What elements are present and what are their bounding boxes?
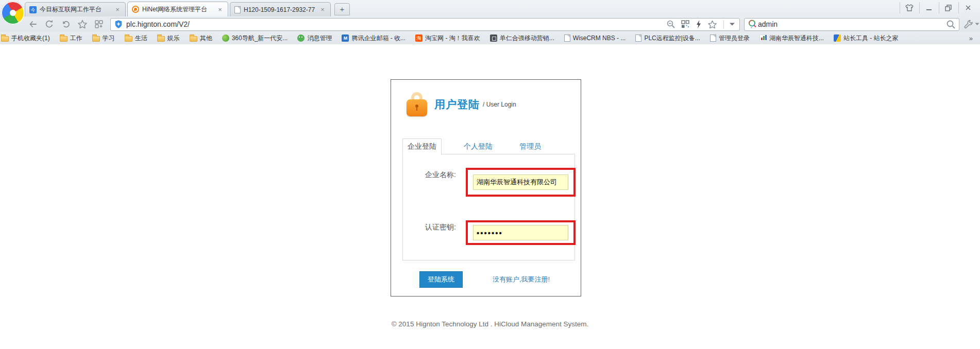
search-box[interactable] bbox=[744, 18, 959, 31]
bookmark-label: 工作 bbox=[70, 34, 82, 43]
footer-copyright: © 2015 Hignton Technology Ltd . HiCloud … bbox=[0, 320, 980, 328]
tab-close-icon[interactable]: × bbox=[216, 6, 224, 13]
tab-admin-login[interactable]: 管理员 bbox=[515, 139, 546, 154]
page-icon bbox=[564, 34, 570, 42]
browser-tab-2-active[interactable]: HiNet网络系统管理平台 × bbox=[127, 2, 228, 16]
bookmark-item[interactable]: 单仁合强移动营销... bbox=[490, 34, 554, 43]
bookmark-label: 娱乐 bbox=[167, 34, 180, 43]
address-bar[interactable]: plc.hignton.com/V2/ bbox=[110, 18, 740, 31]
login-title: 用户登陆 bbox=[434, 97, 480, 112]
bookmark-label: PLC远程监控|设备... bbox=[644, 34, 700, 43]
favorites-star-icon[interactable] bbox=[76, 18, 89, 30]
login-panel: 用户登陆 / User Login 企业登陆 个人登陆 管理员 企业名称: 认证… bbox=[391, 79, 581, 296]
lightning-icon[interactable] bbox=[695, 20, 702, 29]
search-input[interactable] bbox=[758, 20, 946, 28]
login-form: 企业名称: 认证密钥: bbox=[402, 154, 575, 260]
bookmark-item[interactable]: 管理员登录 bbox=[710, 34, 750, 43]
chinaz-icon bbox=[834, 34, 841, 42]
dropdown-caret-icon[interactable] bbox=[729, 22, 735, 26]
wrench-icon bbox=[964, 19, 974, 29]
window-controls bbox=[900, 2, 977, 13]
bookmark-item[interactable]: 娱乐 bbox=[157, 34, 180, 43]
folder-icon bbox=[60, 36, 67, 42]
zoom-page-icon[interactable] bbox=[666, 20, 675, 29]
tab-strip: 今 今目标互联网工作平台 × HiNet网络系统管理平台 × H120-1509… bbox=[25, 2, 350, 16]
bookmark-label: 360导航_新一代安... bbox=[232, 34, 288, 43]
hinet-favicon-icon bbox=[132, 6, 139, 13]
browser-tab-3[interactable]: H120-1509-1617-2932-77 × bbox=[230, 2, 331, 16]
back-icon[interactable] bbox=[27, 18, 39, 30]
bookmark-item[interactable]: 其他 bbox=[190, 34, 212, 43]
page-icon bbox=[710, 34, 716, 42]
login-tabs: 企业登陆 个人登陆 管理员 bbox=[402, 139, 575, 154]
page-icon bbox=[635, 34, 641, 42]
restore-button[interactable] bbox=[939, 2, 957, 13]
green-dot-icon bbox=[297, 34, 305, 42]
bookmark-label: 学习 bbox=[103, 34, 115, 43]
bookmark-item[interactable]: 消息管理 bbox=[297, 34, 332, 43]
nav-icons bbox=[0, 18, 105, 30]
bookmark-item[interactable]: 360导航_新一代安... bbox=[222, 34, 288, 43]
bookmark-label: WiseCRM NBS - ... bbox=[573, 34, 626, 42]
folder-icon bbox=[190, 36, 197, 42]
add-favorite-grid-icon[interactable] bbox=[93, 18, 105, 30]
bookmark-label: 单仁合强移动营销... bbox=[500, 34, 554, 43]
login-submit-button[interactable]: 登陆系统 bbox=[419, 271, 463, 288]
refresh-icon[interactable] bbox=[43, 18, 56, 30]
bookmark-item[interactable]: PLC远程监控|设备... bbox=[635, 34, 700, 43]
auth-key-row: 认证密钥: bbox=[403, 220, 576, 245]
bookmark-item[interactable]: 站长工具 - 站长之家 bbox=[834, 34, 899, 43]
login-header: 用户登陆 / User Login bbox=[407, 92, 516, 117]
dark-site-icon bbox=[490, 34, 497, 42]
register-link[interactable]: 没有账户,我要注册! bbox=[493, 275, 550, 284]
folder-icon bbox=[92, 36, 100, 42]
qr-code-icon[interactable] bbox=[681, 20, 690, 29]
skin-icon[interactable] bbox=[900, 2, 918, 13]
auth-key-input[interactable] bbox=[473, 225, 568, 240]
enterprise-name-input[interactable] bbox=[473, 174, 568, 190]
lock-icon bbox=[407, 92, 427, 117]
bookmark-item[interactable]: 生活 bbox=[125, 34, 147, 43]
bookmarks-overflow-chevron[interactable]: » bbox=[969, 34, 973, 42]
bookmark-item[interactable]: 淘淘宝网 - 淘！我喜欢 bbox=[415, 34, 480, 43]
folder-icon bbox=[125, 36, 132, 42]
browser-tab-1[interactable]: 今 今目标互联网工作平台 × bbox=[25, 2, 126, 16]
undo-icon[interactable] bbox=[60, 18, 72, 30]
bookmark-star-icon[interactable] bbox=[707, 20, 717, 29]
annotation-highlight-box bbox=[466, 220, 576, 245]
tab-title: 今目标互联网工作平台 bbox=[40, 5, 111, 14]
jin-favicon-icon: 今 bbox=[29, 6, 37, 13]
bookmark-item[interactable]: 手机收藏夹(1) bbox=[1, 34, 50, 43]
menu-wrench[interactable] bbox=[964, 19, 979, 29]
url-text[interactable]: plc.hignton.com/V2/ bbox=[126, 20, 666, 28]
bookmark-label: 湖南华辰智通科技... bbox=[769, 34, 824, 43]
tab-close-icon[interactable]: × bbox=[114, 6, 121, 13]
auth-key-label: 认证密钥: bbox=[421, 220, 456, 245]
site-shield-icon[interactable] bbox=[114, 20, 123, 29]
tab-enterprise-login[interactable]: 企业登陆 bbox=[402, 138, 442, 155]
login-subtitle: / User Login bbox=[483, 101, 516, 108]
tab-title: H120-1509-1617-2932-77 bbox=[244, 6, 316, 13]
bookmark-item[interactable]: 工作 bbox=[60, 34, 82, 43]
360-icon bbox=[222, 34, 229, 42]
page-content: 用户登陆 / User Login 企业登陆 个人登陆 管理员 企业名称: 认证… bbox=[0, 45, 980, 349]
browser-chrome: 今 今目标互联网工作平台 × HiNet网络系统管理平台 × H120-1509… bbox=[0, 0, 980, 44]
bookmark-label: 管理员登录 bbox=[719, 34, 750, 43]
enterprise-name-row: 企业名称: bbox=[403, 168, 576, 197]
tab-personal-login[interactable]: 个人登陆 bbox=[459, 139, 497, 154]
taobao-icon: 淘 bbox=[415, 34, 423, 42]
bookmarks-bar: 手机收藏夹(1) 工作 学习 生活 娱乐 其他 360导航_新一代安... 消息… bbox=[0, 32, 980, 44]
close-button[interactable] bbox=[958, 2, 977, 13]
minimize-button[interactable] bbox=[919, 2, 938, 13]
bookmark-label: 生活 bbox=[135, 34, 147, 43]
enterprise-name-label: 企业名称: bbox=[421, 168, 456, 197]
search-engine-icon[interactable] bbox=[748, 19, 758, 29]
login-actions: 登陆系统 没有账户,我要注册! bbox=[419, 271, 564, 288]
bookmark-item[interactable]: 湖南华辰智通科技... bbox=[759, 34, 824, 43]
bookmark-item[interactable]: 学习 bbox=[92, 34, 115, 43]
search-go-icon[interactable] bbox=[946, 20, 956, 29]
bookmark-item[interactable]: M腾讯企业邮箱 - 收... bbox=[342, 34, 405, 43]
tab-close-icon[interactable]: × bbox=[319, 6, 326, 13]
new-tab-button[interactable]: + bbox=[334, 3, 350, 15]
bookmark-item[interactable]: WiseCRM NBS - ... bbox=[564, 34, 626, 42]
